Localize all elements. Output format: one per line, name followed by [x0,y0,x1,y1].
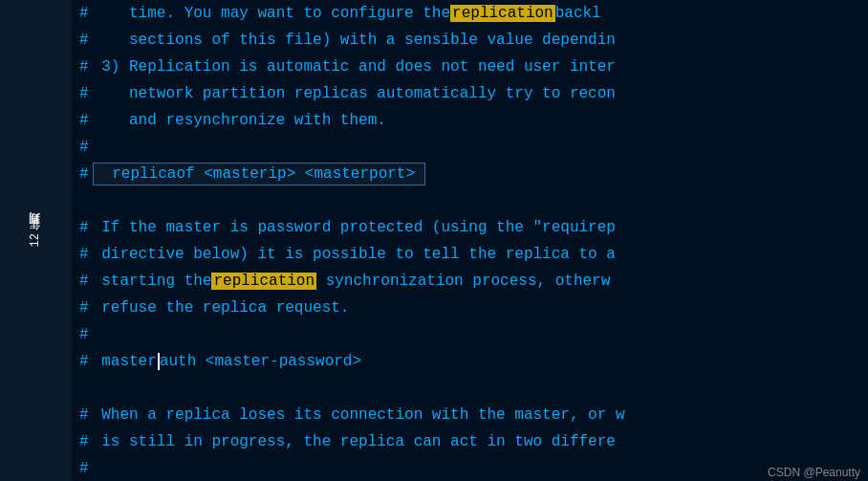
code-text: network partition replicas automatically… [93,85,616,102]
comment-hash: # [79,460,89,477]
comment-hash: # [79,326,89,343]
comment-hash: # [79,219,89,236]
code-line: # and resynchronize with them. [72,107,868,134]
code-text: and resynchronize with them. [93,112,386,129]
code-line: # If the master is password protected (u… [72,214,868,241]
code-area[interactable]: # time. You may want to configure the re… [72,0,868,481]
code-line: # 3) Replication is automatic and does n… [72,54,868,80]
code-text: directive below) it is possible to tell … [93,246,616,263]
comment-hash: # [79,273,89,290]
code-text: sections of this file) with a sensible v… [93,32,616,49]
code-line: # sections of this file) with a sensible… [72,27,868,54]
highlight-replication-2: replication [211,273,316,290]
comment-hash: # [79,246,89,263]
bottom-bar: CSDN @Peanutty [760,464,868,481]
code-text: 3) Replication is automatic and does not… [93,58,616,76]
replicaof-box: replicaof <masterip> <masterport> [93,163,425,186]
comment-hash: # [79,58,89,76]
code-line: # When a replica loses its connection wi… [72,402,868,428]
code-line: # refuse the replica request. [72,295,868,321]
code-text: If the master is password protected (usi… [93,219,616,236]
code-line: # [72,455,868,481]
comment-hash: # [79,112,89,129]
code-text-after-cursor: auth <master-password> [160,353,361,370]
comment-hash: # [79,5,89,22]
replicaof-text: replicaof <masterip> <masterport> [103,165,415,183]
comment-hash: # [79,85,89,102]
comment-hash: # [79,299,89,317]
sidebar: 1年2月到期 [0,0,72,481]
bottom-bar-text: CSDN @Peanutty [768,466,860,479]
comment-hash: # [79,406,89,424]
code-line: # [72,134,868,161]
code-text: starting the [93,273,212,290]
comment-hash: # [79,353,89,370]
code-text: is still in progress, the replica can ac… [93,433,616,450]
code-line-masterauth: # masterauth <master-password> [72,348,868,375]
code-line: # [72,321,868,348]
code-text-after: synchronization process, otherw [316,273,610,290]
code-text: refuse the replica request. [93,299,350,317]
empty-line [72,187,868,214]
comment-hash: # [79,433,89,450]
comment-hash: # [79,139,89,156]
code-text: When a replica loses its connection with… [93,406,625,424]
comment-hash: # [79,165,89,183]
comment-hash: # [79,32,89,49]
empty-line [72,375,868,402]
code-line: # network partition replicas automatical… [72,80,868,107]
code-text-after: backl [555,5,601,22]
code-line: # is still in progress, the replica can … [72,428,868,455]
code-line: # directive below) it is possible to tel… [72,241,868,268]
code-line: # time. You may want to configure the re… [72,0,868,27]
code-text: time. You may want to configure the [93,5,450,22]
highlight-replication-1: replication [450,5,555,22]
sidebar-text: 1年2月到期 [28,233,44,247]
code-line: # starting the replication synchronizati… [72,268,868,295]
code-line-replicaof: # replicaof <masterip> <masterport> [72,161,868,187]
code-text: master [93,353,157,370]
editor-container: 1年2月到期 # time. You may want to configure… [0,0,868,481]
